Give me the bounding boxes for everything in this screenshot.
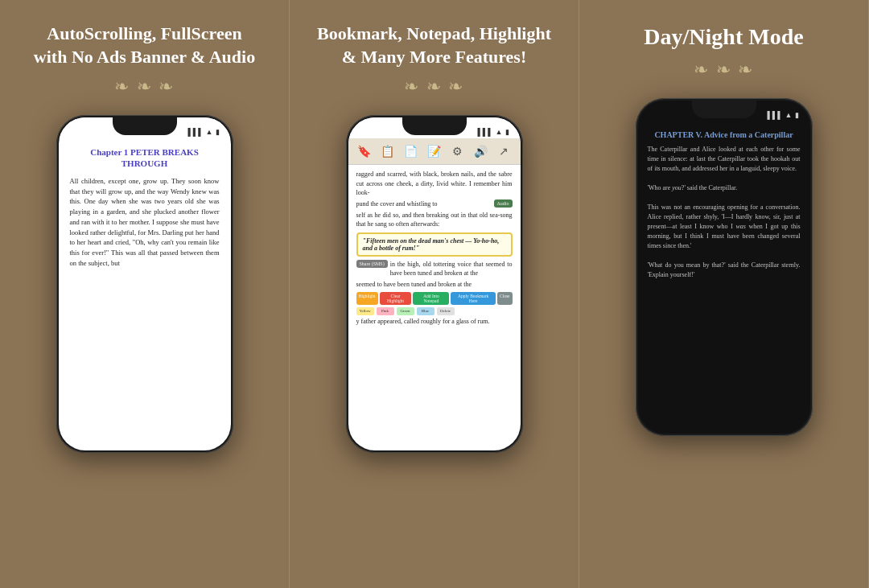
reading-text-1: All children, except one, grow up. They …: [70, 176, 220, 269]
signal-icon-3: ▌▌▌: [767, 111, 782, 119]
mid-text-final: y father appeared, called roughly for a …: [356, 317, 513, 327]
status-icons-3: ▌▌▌ ▲ ▮: [767, 111, 798, 119]
phone-2-notch: [402, 117, 467, 135]
phone-3-inner: ▌▌▌ ▲ ▮ CHAPTER V. Advice from a Caterpi…: [638, 101, 810, 434]
list-icon[interactable]: 📝: [425, 142, 443, 160]
dark-reading-text: The Caterpillar and Alice looked at each…: [648, 145, 801, 280]
audio-button[interactable]: Audio: [494, 199, 513, 208]
signal-icon: ▌▌▌: [187, 128, 203, 136]
color-yellow[interactable]: Yellow: [356, 307, 374, 315]
color-row: Yellow Pink Green Blue Delete: [356, 307, 513, 315]
gear-icon[interactable]: ⚙: [448, 142, 466, 160]
copy-icon[interactable]: 📋: [379, 142, 397, 160]
phone-1-notch: [113, 117, 177, 135]
share-icon[interactable]: ↗: [495, 142, 513, 160]
clear-highlight-button[interactable]: Clear Highlight: [380, 292, 412, 305]
mid-text-pre: ragged and scarred, with black, broken n…: [356, 170, 513, 198]
highlight-button[interactable]: Highlight: [356, 292, 378, 305]
post-row: Share (SMS) in the high, old tottering v…: [356, 260, 513, 278]
status-icons-2: ▌▌▌ ▲ ▮: [477, 128, 509, 136]
color-green[interactable]: Green: [397, 307, 414, 315]
battery-icon-2: ▮: [505, 128, 509, 136]
context-menu: Highlight Clear Highlight Add Into Notep…: [356, 292, 513, 305]
panel3-ornament: ❧ ❧ ❧: [694, 60, 754, 80]
status-icons: ▌▌▌ ▲ ▮: [187, 128, 219, 136]
chapter-title-1: Chapter 1 PETER BREAKS THROUGH: [70, 146, 220, 170]
panel3-title: Day/Night Mode: [644, 23, 803, 51]
add-notepad-button[interactable]: Add Into Notepad: [413, 292, 449, 305]
dark-chapter-title: CHAPTER V. Advice from a Caterpillar: [648, 130, 801, 140]
mid-text-2: self as he did so, and then breaking out…: [356, 211, 513, 229]
phone-2: ▌▌▌ ▲ ▮ 🔖 📋 📄 📝 ⚙ 🔊 ↗ ragged and scarred…: [346, 115, 523, 453]
wifi-icon-3: ▲: [785, 111, 793, 119]
phone-3-notch: [692, 101, 756, 118]
share-button[interactable]: Share (SMS): [356, 260, 388, 268]
phone-1: ▌▌▌ ▲ ▮ Chapter 1 PETER BREAKS THROUGH A…: [56, 115, 233, 453]
battery-icon: ▮: [216, 128, 220, 136]
wifi-icon-2: ▲: [496, 128, 503, 136]
quote-text: "Fifteen men on the dead man's chest — Y…: [363, 237, 506, 252]
color-delete[interactable]: Delete: [437, 307, 455, 315]
phone-1-content: Chapter 1 PETER BREAKS THROUGH All child…: [59, 138, 231, 450]
color-pink[interactable]: Pink: [377, 307, 394, 315]
panel-3: Day/Night Mode ❧ ❧ ❧ ▌▌▌ ▲ ▮ CHAPTER V. …: [579, 0, 869, 588]
mid-text-row: pund the cover and whistling to Audio: [356, 199, 513, 209]
phone-2-inner: ▌▌▌ ▲ ▮ 🔖 📋 📄 📝 ⚙ 🔊 ↗ ragged and scarred…: [348, 117, 521, 450]
phone-3: ▌▌▌ ▲ ▮ CHAPTER V. Advice from a Caterpi…: [636, 98, 813, 436]
wifi-icon: ▲: [206, 128, 213, 136]
bookmark-icon[interactable]: 🔖: [356, 142, 373, 160]
close-button[interactable]: Close: [497, 292, 513, 305]
mid-text-post2: seemed to have been tuned and broken at …: [356, 280, 513, 290]
mid-text-1: pund the cover and whistling to: [356, 199, 492, 209]
phone-2-content: ragged and scarred, with black, broken n…: [348, 165, 521, 450]
phone-3-content: CHAPTER V. Advice from a Caterpillar The…: [638, 121, 810, 434]
battery-icon-3: ▮: [795, 111, 799, 119]
color-blue[interactable]: Blue: [417, 307, 434, 315]
apply-bookmark-button[interactable]: Apply Bookmark Here: [451, 292, 496, 305]
quote-block: "Fifteen men on the dead man's chest — Y…: [356, 232, 513, 257]
signal-icon-2: ▌▌▌: [477, 128, 492, 136]
mid-text-post: in the high, old tottering voice that se…: [390, 260, 513, 278]
panel-1: AutoScrolling, FullScreen with No Ads Ba…: [0, 0, 290, 588]
panel1-ornament: ❧ ❧ ❧: [114, 76, 175, 97]
note-icon[interactable]: 📄: [402, 142, 420, 160]
panel2-ornament: ❧ ❧ ❧: [404, 76, 464, 97]
panel-2: Bookmark, Notepad, Highlight & Many More…: [290, 0, 579, 588]
toolbar: 🔖 📋 📄 📝 ⚙ 🔊 ↗: [348, 138, 521, 165]
audio-icon[interactable]: 🔊: [472, 142, 489, 160]
phone-1-inner: ▌▌▌ ▲ ▮ Chapter 1 PETER BREAKS THROUGH A…: [59, 117, 231, 450]
panel1-title: AutoScrolling, FullScreen with No Ads Ba…: [34, 23, 255, 68]
panel2-title: Bookmark, Notepad, Highlight & Many More…: [317, 23, 551, 68]
